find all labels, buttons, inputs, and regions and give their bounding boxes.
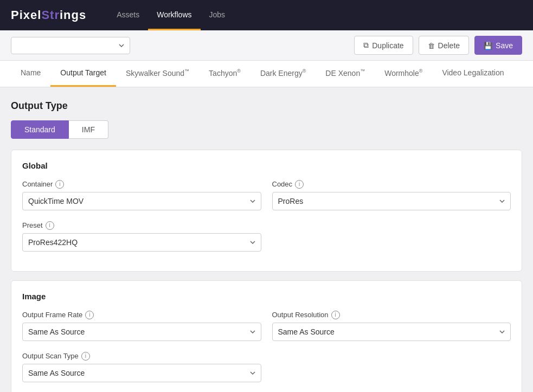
tab-de-xenon[interactable]: DE Xenon™: [316, 61, 375, 87]
container-info-icon[interactable]: i: [55, 180, 64, 189]
nav-assets[interactable]: Assets: [108, 0, 148, 30]
frame-rate-resolution-row: Output Frame Rate i Same As Source 23.97…: [22, 311, 511, 341]
resolution-info-icon[interactable]: i: [331, 311, 340, 319]
toolbar: Duplicate Delete Save: [0, 30, 533, 61]
container-select[interactable]: QuickTime MOV MXF MP4: [22, 192, 261, 210]
preset-select[interactable]: ProRes422HQ ProRes422 ProRes422LT: [22, 233, 261, 252]
standard-button[interactable]: Standard: [11, 120, 69, 139]
output-type-buttons: Standard IMF: [11, 120, 522, 139]
image-card-title: Image: [22, 292, 511, 301]
preset-row: Preset i ProRes422HQ ProRes422 ProRes422…: [22, 221, 511, 252]
save-icon: [484, 41, 492, 50]
output-scan-type-group: Output Scan Type i Same As Source Progre…: [22, 352, 261, 382]
codec-select[interactable]: ProRes H.264 H.265: [272, 192, 511, 210]
frame-rate-info-icon[interactable]: i: [85, 311, 94, 319]
codec-info-icon[interactable]: i: [295, 180, 304, 189]
app-logo: PixelStrings: [11, 8, 86, 22]
output-type-title: Output Type: [11, 100, 522, 112]
tab-name[interactable]: Name: [11, 61, 50, 87]
nav-jobs[interactable]: Jobs: [201, 0, 234, 30]
duplicate-icon: [363, 41, 369, 50]
output-resolution-label: Output Resolution i: [272, 311, 511, 319]
preset-label: Preset i: [22, 221, 261, 230]
workflow-selector[interactable]: [11, 37, 130, 54]
delete-button[interactable]: Delete: [419, 36, 469, 55]
tab-wormhole[interactable]: Wormhole®: [375, 61, 432, 87]
delete-icon: [428, 41, 435, 50]
toolbar-right: Duplicate Delete Save: [354, 36, 522, 55]
toolbar-left: [11, 37, 130, 54]
output-frame-rate-select[interactable]: Same As Source 23.976 24 25 29.97 30: [22, 323, 261, 341]
output-frame-rate-group: Output Frame Rate i Same As Source 23.97…: [22, 311, 261, 341]
output-scan-type-label: Output Scan Type i: [22, 352, 261, 361]
tab-video-legalization[interactable]: Video Legalization: [432, 61, 513, 87]
output-scan-type-select[interactable]: Same As Source Progressive Interlaced: [22, 364, 261, 382]
tab-skywalker-sound[interactable]: Skywalker Sound™: [116, 61, 199, 87]
tab-output-target[interactable]: Output Target: [50, 61, 116, 87]
global-card-title: Global: [22, 161, 511, 170]
imf-button[interactable]: IMF: [69, 120, 108, 139]
preset-group: Preset i ProRes422HQ ProRes422 ProRes422…: [22, 221, 261, 252]
nav-items: Assets Workflows Jobs: [108, 0, 234, 30]
codec-group: Codec i ProRes H.264 H.265: [272, 180, 511, 210]
output-resolution-group: Output Resolution i Same As Source 1920x…: [272, 311, 511, 341]
tab-dark-energy[interactable]: Dark Energy®: [251, 61, 316, 87]
main-content: Output Type Standard IMF Global Containe…: [0, 87, 533, 392]
scan-type-row: Output Scan Type i Same As Source Progre…: [22, 352, 511, 382]
container-group: Container i QuickTime MOV MXF MP4: [22, 180, 261, 210]
nav-workflows[interactable]: Workflows: [148, 0, 200, 30]
scan-type-info-icon[interactable]: i: [81, 352, 90, 361]
preset-info-icon[interactable]: i: [46, 221, 54, 230]
output-resolution-select[interactable]: Same As Source 1920x1080 3840x2160 1280x…: [272, 323, 511, 341]
codec-label: Codec i: [272, 180, 511, 189]
save-button[interactable]: Save: [474, 36, 522, 55]
container-label: Container i: [22, 180, 261, 189]
tab-bar: Name Output Target Skywalker Sound™ Tach…: [0, 61, 533, 87]
duplicate-button[interactable]: Duplicate: [354, 36, 413, 55]
output-type-section: Output Type Standard IMF: [11, 100, 522, 139]
container-codec-row: Container i QuickTime MOV MXF MP4 Codec …: [22, 180, 511, 210]
image-card: Image Output Frame Rate i Same As Source…: [11, 280, 522, 392]
top-navigation: PixelStrings Assets Workflows Jobs: [0, 0, 533, 30]
tab-tachyon[interactable]: Tachyon®: [199, 61, 251, 87]
output-frame-rate-label: Output Frame Rate i: [22, 311, 261, 319]
global-card: Global Container i QuickTime MOV MXF MP4…: [11, 150, 522, 272]
